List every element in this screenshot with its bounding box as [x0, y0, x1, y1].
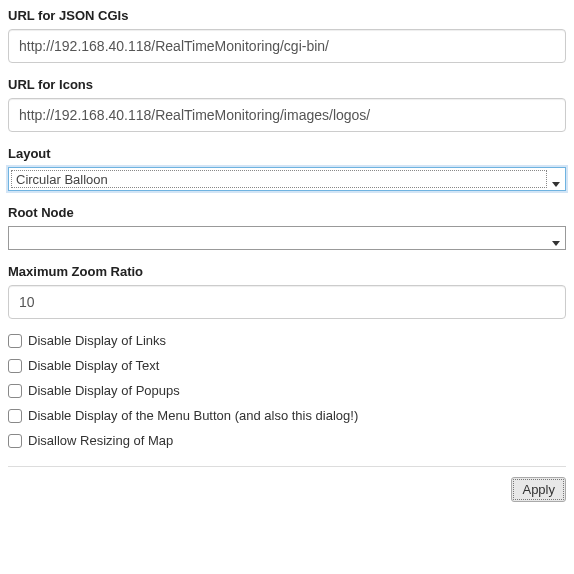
label-zoom: Maximum Zoom Ratio [8, 264, 566, 279]
checkbox-icon [8, 384, 22, 398]
checkbox-row-disable-links[interactable]: Disable Display of Links [8, 333, 566, 348]
input-json-cgis[interactable] [8, 29, 566, 63]
divider [8, 466, 566, 467]
checkbox-row-disallow-resize[interactable]: Disallow Resizing of Map [8, 433, 566, 448]
label-root-node: Root Node [8, 205, 566, 220]
checkbox-icon [8, 434, 22, 448]
chevron-down-icon [549, 227, 563, 249]
checkbox-label: Disable Display of Text [28, 358, 159, 373]
select-root-node[interactable] [8, 226, 566, 250]
checkbox-row-disable-menu[interactable]: Disable Display of the Menu Button (and … [8, 408, 566, 423]
label-layout: Layout [8, 146, 566, 161]
label-json-cgis: URL for JSON CGIs [8, 8, 566, 23]
checkbox-row-disable-text[interactable]: Disable Display of Text [8, 358, 566, 373]
select-layout-value: Circular Balloon [11, 170, 547, 188]
chevron-down-icon [549, 168, 563, 190]
checkbox-label: Disable Display of Popups [28, 383, 180, 398]
checkbox-label: Disallow Resizing of Map [28, 433, 173, 448]
checkbox-icon [8, 409, 22, 423]
checkbox-label: Disable Display of Links [28, 333, 166, 348]
input-zoom[interactable] [8, 285, 566, 319]
label-icons: URL for Icons [8, 77, 566, 92]
select-layout[interactable]: Circular Balloon [8, 167, 566, 191]
checkbox-icon [8, 359, 22, 373]
apply-button[interactable]: Apply [511, 477, 566, 502]
checkbox-row-disable-popups[interactable]: Disable Display of Popups [8, 383, 566, 398]
select-root-node-value [11, 229, 547, 247]
checkbox-label: Disable Display of the Menu Button (and … [28, 408, 358, 423]
checkbox-icon [8, 334, 22, 348]
input-icons[interactable] [8, 98, 566, 132]
